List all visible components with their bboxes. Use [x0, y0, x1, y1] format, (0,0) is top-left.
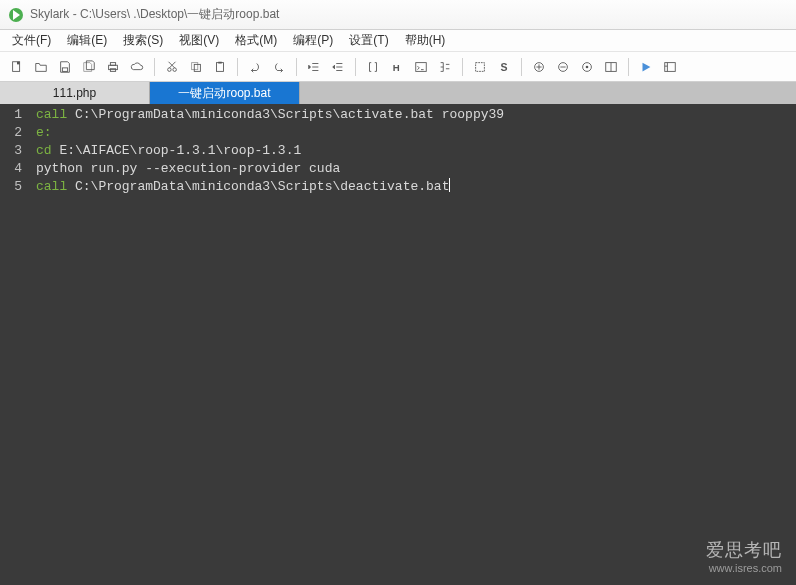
menu-file[interactable]: 文件(F)	[4, 30, 59, 51]
menu-help[interactable]: 帮助(H)	[397, 30, 454, 51]
code-line[interactable]: call C:\ProgramData\miniconda3\Scripts\d…	[36, 178, 796, 196]
svg-rect-2	[17, 61, 20, 64]
svg-text:S: S	[501, 60, 508, 72]
text-caret	[449, 178, 450, 192]
code-area[interactable]: call C:\ProgramData\miniconda3\Scripts\a…	[28, 104, 796, 585]
titlebar: Skylark - C:\Users\ .\Desktop\一键启动roop.b…	[0, 0, 796, 30]
toolbar-sep	[296, 58, 297, 76]
tab-111-php[interactable]: 111.php	[0, 82, 150, 104]
brackets-icon[interactable]	[362, 56, 384, 78]
run-icon[interactable]	[635, 56, 657, 78]
indent-icon[interactable]	[327, 56, 349, 78]
toolbar-sep	[628, 58, 629, 76]
cut-icon[interactable]	[161, 56, 183, 78]
app-icon	[8, 7, 24, 23]
tree-icon[interactable]	[434, 56, 456, 78]
line-number: 4	[0, 160, 22, 178]
zoom-out-icon[interactable]	[552, 56, 574, 78]
menu-settings[interactable]: 设置(T)	[341, 30, 396, 51]
saveall-icon[interactable]	[78, 56, 100, 78]
target-icon[interactable]	[576, 56, 598, 78]
line-number: 1	[0, 106, 22, 124]
toolbar-sep	[521, 58, 522, 76]
toolbar-sep	[154, 58, 155, 76]
tab-label: 一键启动roop.bat	[178, 85, 270, 102]
outdent-icon[interactable]	[303, 56, 325, 78]
toolbar-sep	[462, 58, 463, 76]
svg-rect-12	[218, 61, 222, 63]
code-line[interactable]: call C:\ProgramData\miniconda3\Scripts\a…	[36, 106, 796, 124]
line-gutter: 12345	[0, 104, 28, 585]
exec-icon[interactable]	[659, 56, 681, 78]
pane-icon[interactable]	[600, 56, 622, 78]
header-icon[interactable]: H	[386, 56, 408, 78]
menu-search[interactable]: 搜索(S)	[115, 30, 171, 51]
menubar: 文件(F) 编辑(E) 搜索(S) 视图(V) 格式(M) 编程(P) 设置(T…	[0, 30, 796, 52]
svg-text:H: H	[393, 61, 400, 72]
tabbar: 111.php 一键启动roop.bat	[0, 82, 796, 104]
paste-icon[interactable]	[209, 56, 231, 78]
svg-rect-15	[476, 62, 485, 71]
svg-point-20	[586, 65, 589, 68]
menu-view[interactable]: 视图(V)	[171, 30, 227, 51]
menu-edit[interactable]: 编辑(E)	[59, 30, 115, 51]
toolbar-sep	[355, 58, 356, 76]
console-icon[interactable]	[410, 56, 432, 78]
save-icon[interactable]	[54, 56, 76, 78]
tab-roop-bat[interactable]: 一键启动roop.bat	[150, 82, 300, 104]
cloud-icon[interactable]	[126, 56, 148, 78]
open-icon[interactable]	[30, 56, 52, 78]
new-file-icon[interactable]	[6, 56, 28, 78]
toolbar-sep	[237, 58, 238, 76]
editor[interactable]: 12345 call C:\ProgramData\miniconda3\Scr…	[0, 104, 796, 585]
menu-format[interactable]: 格式(M)	[227, 30, 285, 51]
svg-point-8	[173, 67, 177, 71]
code-line[interactable]: e:	[36, 124, 796, 142]
tab-label: 111.php	[53, 86, 96, 100]
s-icon[interactable]: S	[493, 56, 515, 78]
window-title: Skylark - C:\Users\ .\Desktop\一键启动roop.b…	[30, 6, 279, 23]
toolbar: H S	[0, 52, 796, 82]
svg-rect-5	[110, 62, 115, 65]
menu-code[interactable]: 编程(P)	[285, 30, 341, 51]
line-number: 2	[0, 124, 22, 142]
code-line[interactable]: cd E:\AIFACE\roop-1.3.1\roop-1.3.1	[36, 142, 796, 160]
svg-point-7	[168, 67, 172, 71]
redo-icon[interactable]	[268, 56, 290, 78]
copy-icon[interactable]	[185, 56, 207, 78]
zoom-in-icon[interactable]	[528, 56, 550, 78]
line-number: 3	[0, 142, 22, 160]
line-number: 5	[0, 178, 22, 196]
svg-rect-11	[217, 62, 224, 71]
rect-select-icon[interactable]	[469, 56, 491, 78]
undo-icon[interactable]	[244, 56, 266, 78]
svg-rect-3	[62, 67, 67, 71]
print-icon[interactable]	[102, 56, 124, 78]
svg-rect-22	[665, 62, 676, 71]
code-line[interactable]: python run.py --execution-provider cuda	[36, 160, 796, 178]
